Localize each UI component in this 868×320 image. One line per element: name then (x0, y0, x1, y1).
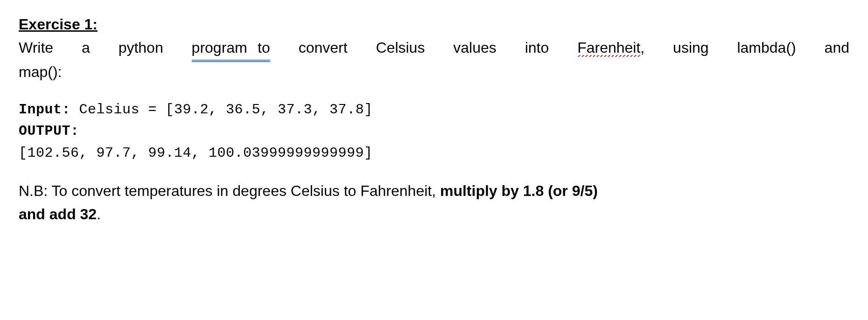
exercise-heading: Exercise 1: (19, 13, 849, 36)
nb-line-2: and add 32. (19, 203, 849, 226)
output-label: OUTPUT: (19, 120, 849, 142)
word: a (82, 36, 90, 60)
word: convert (299, 36, 348, 60)
nb-bold-1: multiply by 1.8 (or 9/5) (440, 182, 598, 199)
word: python (119, 36, 163, 60)
word: values (453, 36, 497, 60)
word: and (825, 36, 849, 60)
word: program (192, 39, 247, 56)
word: Write (19, 36, 53, 60)
nb-line-1: N.B: To convert temperatures in degrees … (19, 180, 849, 203)
word-program-to: programto (192, 36, 270, 61)
word: using (673, 36, 709, 60)
grammar-underline: programto (192, 36, 270, 61)
output-value: [102.56, 97.7, 99.14, 100.03999999999999… (19, 142, 849, 164)
word: to (258, 39, 270, 56)
nb-paragraph: N.B: To convert temperatures in degrees … (19, 180, 849, 226)
input-value: Celsius = [39.2, 36.5, 37.3, 37.8] (70, 102, 373, 118)
spellcheck-underline: Farenheit (577, 39, 640, 57)
code-block: Input: Celsius = [39.2, 36.5, 37.3, 37.8… (19, 99, 849, 164)
exercise-title: Exercise 1: (19, 16, 98, 33)
instruction-line-2: map(): (19, 61, 849, 84)
word: into (525, 36, 549, 60)
comma: , (640, 39, 644, 56)
instruction-line-1: Write a python programto convert Celsius… (19, 36, 849, 61)
word-farenheit: Farenheit, (577, 36, 644, 60)
word: Celsius (376, 36, 425, 60)
nb-bold-2: and add 32 (19, 206, 97, 223)
nb-label: N.B (19, 182, 43, 199)
word: lambda() (737, 36, 796, 60)
nb-period: . (97, 206, 101, 223)
input-label: Input: (19, 102, 70, 118)
nb-text: : To convert temperatures in degrees Cel… (43, 182, 440, 199)
code-input-line: Input: Celsius = [39.2, 36.5, 37.3, 37.8… (19, 99, 849, 121)
